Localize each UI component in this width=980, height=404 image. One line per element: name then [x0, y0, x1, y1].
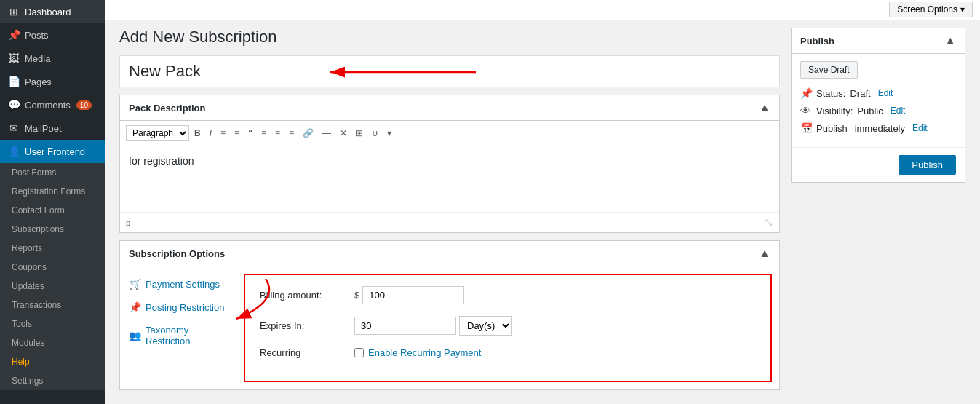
publish-button[interactable]: Publish: [899, 155, 956, 175]
screen-options-button[interactable]: Screen Options ▾: [889, 2, 973, 17]
sidebar-item-modules[interactable]: Modules: [0, 333, 105, 352]
visibility-edit-link[interactable]: Edit: [891, 106, 906, 116]
sidebar-item-user-frontend[interactable]: 👤 User Frontend: [0, 140, 105, 163]
posting-restriction-label: Posting Restriction: [146, 302, 224, 313]
sidebar-item-post-forms[interactable]: Post Forms: [0, 163, 105, 182]
sidebar-item-label: Dashboard: [25, 7, 71, 17]
contact-form-label: Contact Form: [12, 205, 65, 215]
sidebar-item-label: MailPoet: [25, 123, 62, 134]
publish-toggle[interactable]: ▲: [944, 34, 956, 47]
billing-amount-input[interactable]: [362, 286, 464, 304]
subscription-options-title: Subscription Options: [129, 248, 225, 259]
sidebar-item-media[interactable]: 🖼 Media: [0, 47, 105, 70]
posting-restriction-item[interactable]: 📌 Posting Restriction: [120, 296, 236, 319]
align-center-button[interactable]: ≡: [271, 126, 284, 140]
recurring-row: Recurring Enable Recurring Payment: [260, 347, 756, 358]
recurring-checkbox-label: Enable Recurring Payment: [368, 347, 481, 358]
underline-button[interactable]: ∪: [368, 126, 382, 140]
editor-footer: p ⤡: [120, 212, 779, 232]
status-edit-link[interactable]: Edit: [878, 88, 893, 98]
content-area: Add New Subscription: [105, 20, 980, 397]
subscriptions-label: Subscriptions: [12, 224, 64, 234]
publish-box: Publish ▲ Save Draft 📌 Status: Draft Edi…: [791, 28, 965, 183]
sidebar-item-mailpoet[interactable]: ✉ MailPoet: [0, 116, 105, 140]
expires-in-input[interactable]: [354, 317, 456, 335]
sidebar-item-comments[interactable]: 💬 Comments 10: [0, 93, 105, 116]
sidebar-item-settings[interactable]: Settings: [0, 371, 105, 390]
payment-settings-item[interactable]: 🛒 Payment Settings: [120, 272, 236, 296]
recurring-checkbox[interactable]: [354, 348, 364, 357]
publish-header: Publish ▲: [792, 28, 965, 54]
visibility-icon: 👁: [800, 105, 812, 116]
sidebar: ⊞ Dashboard 📌 Posts 🖼 Media 📄 Pages 💬 Co…: [0, 0, 105, 404]
taxonomy-restriction-item[interactable]: 👥 Taxonomy Restriction: [120, 319, 236, 352]
sidebar-item-dashboard[interactable]: ⊞ Dashboard: [0, 0, 105, 23]
status-label: Status:: [816, 88, 845, 99]
page-title: Add New Subscription: [119, 28, 780, 47]
title-input[interactable]: [120, 56, 779, 87]
remove-format-button[interactable]: ✕: [336, 126, 351, 140]
title-section: [119, 55, 780, 87]
editor-content[interactable]: for registration: [120, 146, 779, 212]
subscription-options-toggle[interactable]: ▲: [759, 247, 770, 260]
chevron-down-icon: ▾: [960, 4, 965, 15]
pack-description-header: Pack Description ▲: [120, 95, 779, 121]
publish-body: Save Draft 📌 Status: Draft Edit 👁 Visibi…: [792, 54, 965, 147]
main-content: Screen Options ▾ Add New Subscription: [105, 0, 980, 404]
editor-toolbar: Paragraph B I ≡ ≡ ❝ ≡ ≡ ≡ 🔗 — ✕ ⊞: [120, 121, 779, 146]
expires-unit-select[interactable]: Day(s): [459, 316, 512, 336]
reports-label: Reports: [12, 243, 42, 253]
screen-options-label: Screen Options: [897, 4, 957, 15]
comments-badge: 10: [76, 100, 92, 110]
subscription-options-nav: 🛒 Payment Settings 📌 Posting Restriction…: [120, 266, 236, 389]
sidebar-item-label: User Frontend: [25, 146, 85, 157]
table-button[interactable]: ⊞: [352, 126, 367, 140]
billing-input-group: $: [354, 286, 464, 304]
status-value: Draft: [850, 88, 870, 99]
align-right-button[interactable]: ≡: [285, 126, 298, 140]
post-forms-label: Post Forms: [12, 167, 56, 178]
main-column: Add New Subscription: [119, 28, 780, 390]
sidebar-item-coupons[interactable]: Coupons: [0, 258, 105, 277]
payment-settings-label: Payment Settings: [146, 279, 220, 290]
sidebar-item-updates[interactable]: Updates: [0, 277, 105, 296]
save-draft-button[interactable]: Save Draft: [800, 61, 858, 79]
italic-button[interactable]: I: [206, 126, 215, 140]
sidebar-item-registration-forms[interactable]: Registration Forms: [0, 182, 105, 201]
sidebar-item-subscriptions[interactable]: Subscriptions: [0, 220, 105, 239]
sidebar-item-help[interactable]: Help: [0, 352, 105, 371]
pack-description-toggle[interactable]: ▲: [759, 101, 770, 114]
tools-label: Tools: [12, 319, 32, 329]
sidebar-item-posts[interactable]: 📌 Posts: [0, 23, 105, 47]
posting-icon: 📌: [129, 301, 141, 313]
visibility-label: Visibility:: [816, 106, 853, 116]
comments-icon: 💬: [7, 99, 20, 111]
modules-label: Modules: [12, 338, 44, 348]
blockquote-button[interactable]: ❝: [244, 126, 256, 140]
subscription-options-body: 🛒 Payment Settings 📌 Posting Restriction…: [120, 266, 779, 389]
bold-button[interactable]: B: [191, 126, 204, 140]
sidebar-item-transactions[interactable]: Transactions: [0, 296, 105, 314]
sidebar-submenu: Post Forms Registration Forms Contact Fo…: [0, 163, 105, 390]
visibility-value: Public: [857, 106, 883, 116]
sidebar-item-tools[interactable]: Tools: [0, 314, 105, 333]
ol-button[interactable]: ≡: [217, 126, 229, 140]
sidebar-item-label: Posts: [25, 30, 49, 41]
resize-handle[interactable]: ⤡: [764, 215, 773, 229]
sidebar-item-pages[interactable]: 📄 Pages: [0, 70, 105, 93]
ul-button[interactable]: ≡: [231, 126, 243, 140]
paragraph-select[interactable]: Paragraph: [126, 125, 189, 141]
taxonomy-restriction-label: Taxonomy Restriction: [146, 325, 227, 346]
publish-title: Publish: [800, 36, 834, 47]
posts-icon: 📌: [7, 29, 20, 41]
publish-timing-row: 📅 Publish immediately Edit: [800, 122, 956, 134]
sidebar-item-reports[interactable]: Reports: [0, 239, 105, 258]
more-button[interactable]: ▾: [383, 126, 395, 140]
align-left-button[interactable]: ≡: [258, 126, 270, 140]
sidebar-item-contact-form[interactable]: Contact Form: [0, 201, 105, 220]
updates-label: Updates: [12, 281, 44, 291]
publish-timing-edit-link[interactable]: Edit: [912, 123, 928, 133]
right-sidebar: Publish ▲ Save Draft 📌 Status: Draft Edi…: [791, 28, 965, 390]
hr-button[interactable]: —: [319, 126, 335, 140]
link-button[interactable]: 🔗: [299, 126, 317, 140]
